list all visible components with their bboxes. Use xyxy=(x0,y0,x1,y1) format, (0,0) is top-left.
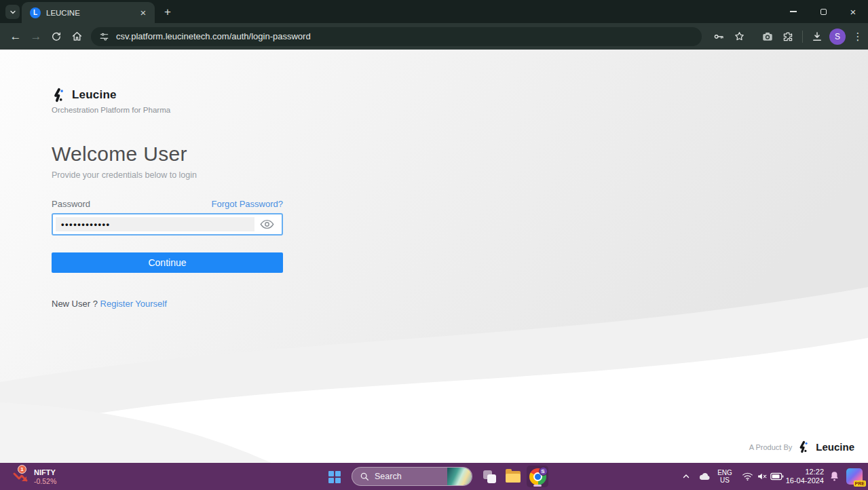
notification-badge: 1 xyxy=(18,465,26,474)
browser-titlebar: L LEUCINE × + × xyxy=(0,0,868,23)
reload-icon xyxy=(51,31,62,42)
tab-search-button[interactable] xyxy=(5,5,20,19)
bell-icon xyxy=(829,471,839,482)
back-button[interactable]: ← xyxy=(5,26,26,47)
minimize-icon xyxy=(790,11,797,12)
language-switcher[interactable]: ENG US xyxy=(715,463,735,490)
new-tab-button[interactable]: + xyxy=(160,5,175,20)
chevron-down-icon xyxy=(10,9,16,16)
home-icon xyxy=(71,31,83,42)
footer-brand-name: Leucine xyxy=(816,441,854,453)
browser-tab-leucine[interactable]: L LEUCINE × xyxy=(22,2,155,23)
window-close-button[interactable]: × xyxy=(838,0,868,23)
copilot-preview-button[interactable]: PRE xyxy=(844,463,865,490)
password-visibility-toggle[interactable] xyxy=(254,219,279,229)
home-button[interactable] xyxy=(67,26,87,47)
brand-name: Leucine xyxy=(72,88,117,102)
screenshot-extension-button[interactable] xyxy=(757,26,778,47)
tray-overflow-button[interactable] xyxy=(679,463,694,490)
stock-widget[interactable]: 1 NIFTY -0.52% xyxy=(7,463,62,490)
search-icon xyxy=(360,472,369,481)
stock-change: -0.52% xyxy=(34,477,56,485)
new-user-text: New User ? xyxy=(52,299,98,309)
reload-button[interactable] xyxy=(46,26,67,47)
address-bar[interactable]: csv.platform.leucinetech.com/auth/login-… xyxy=(91,27,702,46)
url-text: csv.platform.leucinetech.com/auth/login-… xyxy=(116,31,311,41)
brand-header: Leucine xyxy=(52,88,283,102)
leucine-logo-icon xyxy=(52,88,67,102)
toolbar-right-icons: S ⋮ xyxy=(709,26,868,47)
speaker-muted-icon xyxy=(757,472,768,481)
eye-icon xyxy=(260,219,274,229)
language-line1: ENG xyxy=(717,469,732,476)
password-label-row: Password Forgot Password? xyxy=(52,199,283,209)
onedrive-tray-button[interactable] xyxy=(696,463,713,490)
search-placeholder: Search xyxy=(375,472,447,481)
task-view-button[interactable] xyxy=(478,466,500,487)
extensions-button[interactable] xyxy=(778,26,798,47)
chrome-icon: S xyxy=(529,468,546,485)
password-masked-value: •••••••••••• xyxy=(61,220,111,229)
profile-avatar: S xyxy=(829,29,846,45)
stock-symbol: NIFTY xyxy=(34,468,56,477)
camera-icon xyxy=(761,31,774,43)
windows-logo-icon xyxy=(328,471,341,483)
copilot-preview-badge: PRE xyxy=(854,480,866,487)
key-icon xyxy=(713,31,725,43)
page-footer: A Product By Leucine xyxy=(749,440,854,453)
wifi-icon xyxy=(742,472,753,481)
start-button[interactable] xyxy=(326,468,343,486)
restore-icon xyxy=(820,9,827,15)
browser-toolbar: ← → csv.platform.leucinetech.com/auth/lo… xyxy=(0,23,868,50)
profile-button[interactable]: S xyxy=(827,26,848,47)
login-page: Leucine Orchestration Platform for Pharm… xyxy=(0,50,868,463)
password-label: Password xyxy=(52,199,90,209)
taskbar-search[interactable]: Search xyxy=(352,467,472,486)
browser-menu-button[interactable]: ⋮ xyxy=(848,26,868,47)
chrome-taskbar-button[interactable]: S xyxy=(527,466,548,487)
toolbar-divider xyxy=(802,31,803,43)
download-icon xyxy=(811,31,823,43)
footer-prefix: A Product By xyxy=(749,443,793,451)
active-app-indicator xyxy=(533,485,542,487)
password-input-fill[interactable]: •••••••••••• xyxy=(56,217,254,231)
continue-button[interactable]: Continue xyxy=(52,252,283,273)
brand-tagline: Orchestration Platform for Pharma xyxy=(52,106,283,114)
puzzle-icon xyxy=(782,31,794,43)
forward-arrow-icon: → xyxy=(31,30,42,43)
window-minimize-button[interactable] xyxy=(778,0,808,23)
back-arrow-icon: ← xyxy=(10,30,22,43)
password-input[interactable]: •••••••••••• xyxy=(52,213,283,235)
search-highlight-image xyxy=(447,468,472,485)
clock-tray[interactable]: 12:22 16-04-2024 xyxy=(782,463,824,490)
downloads-button[interactable] xyxy=(807,26,827,47)
window-restore-button[interactable] xyxy=(808,0,838,23)
language-line2: US xyxy=(720,476,730,484)
notification-center-button[interactable] xyxy=(827,463,842,490)
volume-tray-button[interactable] xyxy=(755,463,770,490)
copilot-icon: PRE xyxy=(846,468,863,485)
login-form-container: Leucine Orchestration Platform for Pharm… xyxy=(52,88,283,309)
windows-taskbar: 1 NIFTY -0.52% Search xyxy=(0,463,868,490)
window-controls: × xyxy=(778,0,868,23)
forgot-password-link[interactable]: Forgot Password? xyxy=(212,199,284,209)
page-subtitle: Provide your credentials below to login xyxy=(52,170,283,180)
chrome-profile-badge: S xyxy=(539,467,548,476)
footer-leucine-logo-icon xyxy=(797,440,810,453)
new-user-row: New User ? Register Yourself xyxy=(52,299,283,309)
tab-title: LEUCINE xyxy=(46,9,137,17)
tray-time: 12:22 xyxy=(805,468,824,476)
bookmark-button[interactable] xyxy=(729,26,749,47)
site-settings-icon[interactable] xyxy=(99,31,109,41)
file-explorer-button[interactable] xyxy=(502,466,524,487)
wifi-tray-button[interactable] xyxy=(740,463,755,490)
leucine-favicon-icon: L xyxy=(30,7,41,18)
password-manager-button[interactable] xyxy=(709,26,729,47)
tab-close-icon[interactable]: × xyxy=(137,7,149,19)
tray-date: 16-04-2024 xyxy=(786,476,824,485)
task-view-icon xyxy=(483,470,496,483)
forward-button[interactable]: → xyxy=(26,26,46,47)
register-link[interactable]: Register Yourself xyxy=(100,299,167,309)
page-title: Welcome User xyxy=(52,143,283,166)
close-icon: × xyxy=(850,7,856,17)
